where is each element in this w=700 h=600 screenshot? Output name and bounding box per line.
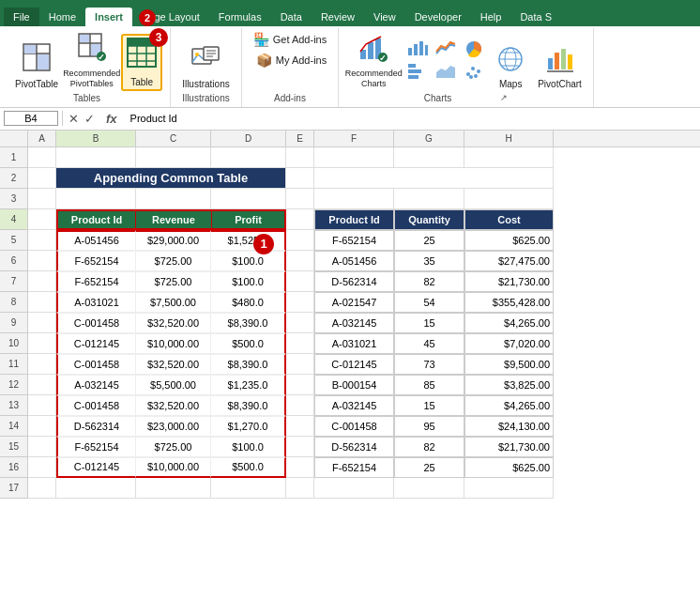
cell-b1[interactable] (56, 147, 136, 168)
cell-c15[interactable]: $725.00 (136, 437, 211, 457)
cell-h14[interactable]: $24,130.00 (464, 416, 554, 437)
cell-c9[interactable]: $32,520.00 (136, 313, 211, 333)
illustrations-button[interactable]: Illustrations (178, 41, 234, 91)
tab-help[interactable]: Help (471, 8, 511, 26)
cell-d1[interactable] (211, 147, 286, 168)
my-addins-button[interactable]: 📦 My Add-ins (252, 51, 330, 69)
cell-f15[interactable]: D-562314 (314, 437, 394, 457)
row-header-6[interactable]: 6 (0, 251, 27, 271)
cell-c4-header[interactable]: Revenue (136, 209, 211, 230)
tab-review[interactable]: Review (312, 8, 364, 26)
cell-d8[interactable]: $480.0 (211, 292, 286, 313)
cell-f12[interactable]: B-000154 (314, 375, 394, 395)
recommended-pivots-button[interactable]: ✓ RecommendedPivotTables (66, 30, 117, 91)
cell-e4[interactable] (286, 209, 314, 230)
col-header-d[interactable]: D (211, 131, 286, 146)
row-header-17[interactable]: 17 (0, 478, 27, 499)
cell-d9[interactable]: $8,390.0 (211, 313, 286, 333)
cell-f5[interactable]: F-652154 (314, 230, 394, 251)
scatter-chart-button[interactable] (461, 61, 487, 82)
recommended-charts-button[interactable]: ✓ RecommendedCharts (346, 31, 401, 91)
cell-g15[interactable]: 82 (394, 437, 464, 457)
cell-h7[interactable]: $21,730.00 (464, 271, 554, 292)
row-header-7[interactable]: 7 (0, 271, 27, 292)
cell-c3[interactable] (136, 189, 211, 209)
cell-d13[interactable]: $8,390.0 (211, 395, 286, 416)
cell-a8[interactable] (28, 292, 56, 313)
row-header-16[interactable]: 16 (0, 457, 27, 478)
tab-formulas[interactable]: Formulas (209, 8, 271, 26)
cell-a7[interactable] (28, 271, 56, 292)
cell-c16[interactable]: $10,000.00 (136, 457, 211, 478)
cell-f9[interactable]: A-032145 (314, 313, 394, 333)
cell-b4-header[interactable]: Product Id (56, 209, 136, 230)
col-header-g[interactable]: G (394, 131, 464, 146)
cell-a12[interactable] (28, 375, 56, 395)
cell-d14[interactable]: $1,270.0 (211, 416, 286, 437)
cell-c5[interactable]: $29,000.00 (136, 230, 211, 251)
cell-e12[interactable] (286, 375, 314, 395)
cell-e8[interactable] (286, 292, 314, 313)
cell-f4-header[interactable]: Product Id (314, 209, 394, 230)
cell-b11[interactable]: C-001458 (56, 354, 136, 375)
cell-h1[interactable] (464, 147, 554, 168)
cell-e7[interactable] (286, 271, 314, 292)
cell-d16[interactable]: $500.0 (211, 457, 286, 478)
tab-developer[interactable]: Developer (405, 8, 471, 26)
cell-c13[interactable]: $32,520.00 (136, 395, 211, 416)
cell-f10[interactable]: A-031021 (314, 333, 394, 354)
tab-insert[interactable]: Insert (85, 8, 132, 26)
row-header-12[interactable]: 12 (0, 375, 27, 395)
row-header-8[interactable]: 8 (0, 292, 27, 313)
cell-g1[interactable] (394, 147, 464, 168)
col-header-h[interactable]: H (464, 131, 554, 146)
cell-c14[interactable]: $23,000.00 (136, 416, 211, 437)
charts-dialog-launcher[interactable]: ↗ (500, 93, 508, 102)
tab-home[interactable]: Home (39, 8, 85, 26)
cell-c17[interactable] (136, 478, 211, 499)
row-header-5[interactable]: 5 (0, 230, 27, 251)
cell-a2[interactable] (28, 168, 56, 189)
row-header-13[interactable]: 13 (0, 395, 27, 416)
col-header-b[interactable]: B (56, 131, 136, 146)
cell-g9[interactable]: 15 (394, 313, 464, 333)
cell-a17[interactable] (28, 478, 56, 499)
cell-e13[interactable] (286, 395, 314, 416)
row-header-1[interactable]: 1 (0, 147, 27, 168)
bar-chart-button[interactable] (404, 61, 431, 82)
cell-e5[interactable] (286, 230, 314, 251)
cell-b8[interactable]: A-031021 (56, 292, 136, 313)
row-header-11[interactable]: 11 (0, 354, 27, 375)
cell-b10[interactable]: C-012145 (56, 333, 136, 354)
cell-a10[interactable] (28, 333, 56, 354)
cell-title[interactable]: Appending Common Table (56, 168, 286, 189)
cell-d11[interactable]: $8,390.0 (211, 354, 286, 375)
tab-data[interactable]: Data (271, 8, 312, 26)
cell-e15[interactable] (286, 437, 314, 457)
confirm-formula-icon[interactable]: ✓ (84, 112, 95, 126)
cell-d4-header[interactable]: Profit (211, 209, 286, 230)
cell-h4-header[interactable]: Cost (464, 209, 554, 230)
cell-d15[interactable]: $100.0 (211, 437, 286, 457)
cell-c12[interactable]: $5,500.00 (136, 375, 211, 395)
cell-b5[interactable]: A-051456 (56, 230, 136, 251)
cancel-formula-icon[interactable]: ✕ (68, 112, 79, 126)
cell-g13[interactable]: 15 (394, 395, 464, 416)
cell-a5[interactable] (28, 230, 56, 251)
cell-g11[interactable]: 73 (394, 354, 464, 375)
cell-d10[interactable]: $500.0 (211, 333, 286, 354)
row-header-3[interactable]: 3 (0, 189, 27, 209)
col-header-c[interactable]: C (136, 131, 211, 146)
cell-b12[interactable]: A-032145 (56, 375, 136, 395)
row-header-14[interactable]: 14 (0, 416, 27, 437)
cell-h12[interactable]: $3,825.00 (464, 375, 554, 395)
cell-c1[interactable] (136, 147, 211, 168)
area-chart-button[interactable] (433, 61, 459, 82)
cell-g10[interactable]: 45 (394, 333, 464, 354)
cell-f2[interactable] (314, 168, 554, 189)
cell-f3[interactable] (314, 189, 394, 209)
cell-h3[interactable] (464, 189, 554, 209)
row-header-15[interactable]: 15 (0, 437, 27, 457)
cell-e16[interactable] (286, 457, 314, 478)
cell-e2[interactable] (286, 168, 314, 189)
